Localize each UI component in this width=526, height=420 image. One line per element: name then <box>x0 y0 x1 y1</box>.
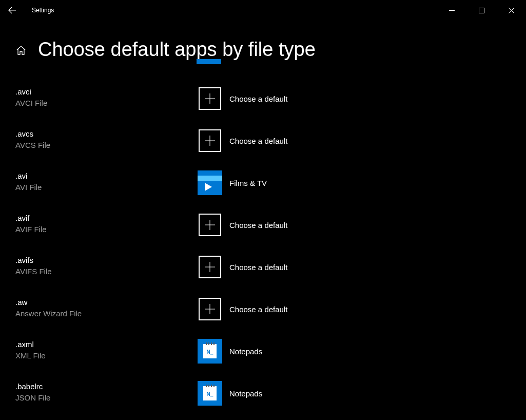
file-description: AVCI File <box>15 98 198 109</box>
accent-indicator <box>197 59 221 64</box>
file-type-row: .avifs AVIFS File Choose a default <box>15 255 511 297</box>
file-description: AVIFS File <box>15 266 198 277</box>
file-extension: .avcs <box>15 128 198 140</box>
file-description: AVCS File <box>15 140 198 151</box>
file-description: Answer Wizard File <box>15 308 198 319</box>
app-selector[interactable]: Choose a default <box>198 86 287 111</box>
file-type-row: .avif AVIF File Choose a default <box>15 213 511 255</box>
app-selector[interactable]: N_ Notepads <box>198 339 262 364</box>
svg-rect-1 <box>479 8 484 13</box>
file-type-info: .aw Answer Wizard File <box>15 297 198 319</box>
window-controls <box>437 0 526 21</box>
file-type-row: .avi AVI File Films & TV <box>15 170 511 213</box>
titlebar: Settings <box>0 0 526 21</box>
back-arrow-icon <box>8 6 16 14</box>
app-selector[interactable]: Choose a default <box>198 255 287 279</box>
file-type-row: .avcs AVCS File Choose a default <box>15 128 511 170</box>
app-name: Notepads <box>229 347 262 356</box>
app-name: Choose a default <box>229 221 287 230</box>
app-selector[interactable]: Choose a default <box>198 297 287 321</box>
titlebar-left: Settings <box>4 2 54 18</box>
file-extension: .axml <box>15 339 198 350</box>
window-title: Settings <box>32 7 54 14</box>
app-name: Notepads <box>229 389 262 398</box>
file-type-info: .avifs AVIFS File <box>15 255 198 277</box>
plus-icon <box>199 87 221 110</box>
close-button[interactable] <box>496 0 526 21</box>
file-description: XML File <box>15 350 198 361</box>
app-selector[interactable]: Choose a default <box>198 213 287 237</box>
file-types-list: .avci AVCI File Choose a default .avcs A… <box>15 86 511 420</box>
page-header: Choose default apps by file type <box>15 39 511 61</box>
file-extension: .avi <box>15 170 198 182</box>
file-type-row: .avci AVCI File Choose a default <box>15 86 511 128</box>
minimize-button[interactable] <box>437 0 466 21</box>
maximize-icon <box>479 8 484 13</box>
plus-icon <box>199 256 221 278</box>
minimize-icon <box>449 8 455 13</box>
app-name: Choose a default <box>229 94 287 103</box>
app-selector[interactable]: Choose a default <box>198 128 287 153</box>
file-type-info: .babelrc JSON File <box>15 381 198 404</box>
file-extension: .avci <box>15 86 198 98</box>
app-name: Choose a default <box>229 305 287 314</box>
file-type-info: .avcs AVCS File <box>15 128 198 151</box>
app-name: Films & TV <box>229 179 267 187</box>
file-description: JSON File <box>15 392 198 404</box>
app-selector[interactable]: Films & TV <box>198 170 267 195</box>
file-type-row: .aw Answer Wizard File Choose a default <box>15 297 511 339</box>
notepads-icon: N_ <box>198 339 222 364</box>
notepads-icon: N_ <box>198 381 222 406</box>
file-description: AVI File <box>15 182 198 193</box>
app-selector[interactable]: N_ Notepads <box>198 381 262 406</box>
file-type-info: .avif AVIF File <box>15 213 198 235</box>
app-name: Choose a default <box>229 263 287 272</box>
films-tv-icon <box>198 170 222 195</box>
file-type-info: .avci AVCI File <box>15 86 198 109</box>
file-extension: .aw <box>15 297 198 308</box>
maximize-button[interactable] <box>466 0 496 21</box>
file-extension: .avif <box>15 213 198 224</box>
home-icon[interactable] <box>15 45 27 58</box>
file-type-row: .babelrc JSON File N_ Notepads <box>15 381 511 420</box>
plus-icon <box>199 214 221 236</box>
plus-icon <box>199 298 221 320</box>
content-area: Choose default apps by file type .avci A… <box>0 39 526 420</box>
file-extension: .avifs <box>15 255 198 266</box>
file-type-info: .avi AVI File <box>15 170 198 193</box>
file-type-row: .axml XML File N_ Notepads <box>15 339 511 381</box>
file-extension: .babelrc <box>15 381 198 392</box>
file-type-info: .axml XML File <box>15 339 198 361</box>
page-title: Choose default apps by file type <box>38 39 316 61</box>
close-icon <box>509 8 514 13</box>
plus-icon <box>199 129 221 152</box>
back-button[interactable] <box>4 2 21 18</box>
app-name: Choose a default <box>229 137 287 145</box>
file-description: AVIF File <box>15 224 198 235</box>
